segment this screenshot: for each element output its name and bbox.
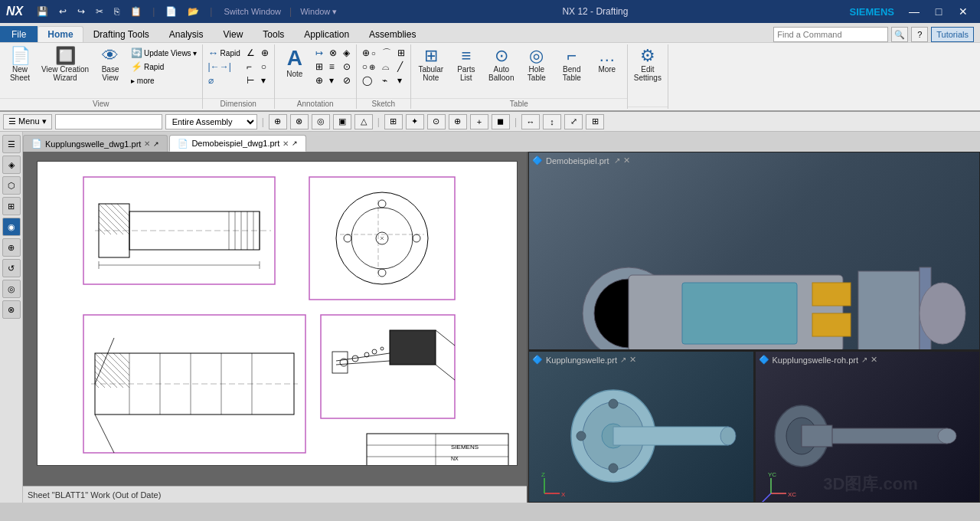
search-icon-button[interactable]: 🔍 [891, 27, 908, 42]
tab-demobeispiel-dwg1[interactable]: 📄 Demobeispiel_dwg1.prt ✕ ↗ [169, 135, 306, 152]
cmd-btn-6[interactable]: ⊞ [384, 114, 403, 129]
snap-btn-4[interactable]: ▣ [333, 114, 351, 129]
sidebar-btn-menu[interactable]: ☰ [2, 135, 21, 153]
sketch-btn-1[interactable]: ⊕ ○ [360, 46, 378, 60]
assembly-view-close[interactable]: ✕ [623, 156, 630, 165]
rapid-button[interactable]: ⚡ Rapid [129, 60, 199, 74]
raw-view-expand[interactable]: ↗ [861, 356, 867, 364]
copy-button[interactable]: ⎘ [111, 5, 122, 18]
view-more-button[interactable]: ▸ more [129, 74, 199, 87]
parts-list-button[interactable]: ≡ PartsList [449, 46, 483, 84]
rapid-dim-button[interactable]: ↔ Rapid [206, 46, 243, 60]
cmd-btn-15[interactable]: ⊞ [586, 114, 604, 129]
new-sheet-button[interactable]: 📄 NewSheet [3, 46, 37, 84]
auto-balloon-button[interactable]: ⊙ AutoBalloon [485, 46, 518, 84]
hole-table-button[interactable]: ◎ HoleTable [520, 46, 554, 84]
menu-button[interactable]: ☰ Menu ▾ [3, 114, 52, 129]
cmd-btn-8[interactable]: ⊙ [427, 114, 446, 129]
ann-btn-7[interactable]: ◈ [341, 46, 353, 60]
linear-dim-button[interactable]: |←→| [206, 60, 243, 74]
tabular-note-button[interactable]: ⊞ TabularNote [414, 46, 448, 84]
sketch-btn-7[interactable]: ⊞ [395, 46, 407, 60]
shaft-view-expand[interactable]: ↗ [620, 356, 626, 364]
sketch-btn-2[interactable]: ○ ⊕ [360, 60, 378, 74]
sidebar-btn-views[interactable]: ◉ [2, 218, 21, 236]
cut-button[interactable]: ✂ [93, 5, 106, 18]
ann-btn-3[interactable]: ⊕ [313, 74, 325, 87]
snap-btn-3[interactable]: ◎ [312, 114, 330, 129]
view-creation-wizard-button[interactable]: 🔲 View CreationWizard [38, 46, 92, 84]
cmd-btn-10[interactable]: + [470, 114, 488, 129]
tab-analysis[interactable]: Analysis [159, 26, 214, 42]
radial-dim-button[interactable]: ⌀ [206, 74, 243, 87]
bend-table-button[interactable]: ⌐ BendTable [555, 46, 589, 84]
dim-more-2[interactable]: ○ [259, 60, 271, 74]
sidebar-btn-settings[interactable]: ⊗ [2, 300, 21, 319]
ordinate-dim-button[interactable]: ⊢ [244, 74, 257, 87]
shaft-view-close[interactable]: ✕ [629, 355, 636, 365]
ann-btn-2[interactable]: ⊞ [313, 60, 325, 74]
cmd-btn-13[interactable]: ↕ [543, 114, 561, 129]
sidebar-btn-snap[interactable]: ◎ [2, 280, 21, 298]
tab-tools[interactable]: Tools [253, 26, 294, 42]
selection-filter-input[interactable] [55, 114, 162, 129]
dim-more-1[interactable]: ⊕ [259, 46, 271, 60]
tab-kupplungswelle-dwg1[interactable]: 📄 Kupplungswelle_dwg1.prt ✕ ↗ [23, 135, 168, 152]
sketch-btn-5[interactable]: ⌓ [380, 60, 394, 74]
drawing-canvas[interactable]: SIEMENS NX [23, 152, 527, 486]
tab-assemblies[interactable]: Assemblies [359, 26, 426, 42]
sketch-btn-8[interactable]: ╱ [395, 60, 407, 74]
ann-btn-5[interactable]: ≡ [327, 60, 339, 74]
switch-window-button[interactable]: Switch Window [220, 5, 285, 18]
ann-btn-1[interactable]: ↦ [313, 46, 325, 60]
sketch-btn-9[interactable]: ▾ [395, 74, 407, 87]
angular-dim-button[interactable]: ∠ [244, 46, 257, 60]
assembly-filter-dropdown[interactable]: Entire Assembly [165, 114, 257, 129]
window-button[interactable]: Window ▾ [296, 5, 341, 18]
sidebar-btn-constraints[interactable]: ⊕ [2, 238, 21, 257]
sketch-btn-3[interactable]: ◯ [360, 74, 378, 87]
raw-view-close[interactable]: ✕ [871, 355, 877, 365]
tab-application[interactable]: Application [294, 26, 359, 42]
assembly-view-expand[interactable]: ↗ [614, 156, 620, 165]
sketch-btn-6[interactable]: ⌁ [380, 74, 394, 87]
cmd-btn-12[interactable]: ↔ [521, 114, 540, 129]
cmd-btn-9[interactable]: ⊕ [449, 114, 467, 129]
cmd-btn-11[interactable]: ◼ [492, 114, 510, 129]
sidebar-btn-parts[interactable]: ◈ [2, 156, 21, 174]
snap-btn-5[interactable]: △ [354, 114, 373, 129]
tutorials-button[interactable]: Tutorials [931, 27, 974, 42]
sidebar-btn-repeat[interactable]: ↺ [2, 259, 21, 277]
more-table-button[interactable]: … More [590, 46, 624, 75]
cmd-btn-7[interactable]: ✦ [406, 114, 424, 129]
save-button[interactable]: 💾 [34, 5, 51, 18]
tab-close-1[interactable]: ✕ [144, 139, 150, 148]
ann-btn-4[interactable]: ⊗ [327, 46, 339, 60]
new-button[interactable]: 📄 [162, 5, 180, 18]
chamfer-dim-button[interactable]: ⌐ [244, 60, 257, 74]
base-view-button[interactable]: 👁 BaseView [93, 46, 127, 84]
tab-home[interactable]: Home [38, 26, 83, 42]
tab-close-2[interactable]: ✕ [283, 139, 289, 148]
tab-drafting-tools[interactable]: Drafting Tools [83, 26, 159, 42]
help-button[interactable]: ? [911, 27, 928, 42]
maximize-button[interactable]: □ [928, 3, 949, 20]
tab-view[interactable]: View [214, 26, 253, 42]
sidebar-btn-layers[interactable]: ⊞ [2, 197, 21, 215]
cmd-btn-14[interactable]: ⤢ [564, 114, 583, 129]
paste-button[interactable]: 📋 [127, 5, 145, 18]
update-views-button[interactable]: 🔄 Update Views ▾ [129, 46, 199, 60]
undo-button[interactable]: ↩ [56, 5, 70, 18]
edit-settings-button[interactable]: ⚙ EditSettings [631, 46, 665, 84]
snap-btn-2[interactable]: ⊗ [290, 114, 309, 129]
tab-file[interactable]: File [0, 26, 38, 42]
minimize-button[interactable]: — [903, 3, 925, 20]
open-button[interactable]: 📂 [185, 5, 202, 18]
ann-btn-6[interactable]: ▾ [327, 74, 339, 87]
sidebar-btn-history[interactable]: ⬡ [2, 176, 21, 195]
close-button[interactable]: ✕ [952, 3, 974, 20]
ann-btn-8[interactable]: ⊙ [341, 60, 353, 74]
redo-button[interactable]: ↪ [74, 5, 88, 18]
note-button[interactable]: A Note [278, 46, 312, 80]
find-command-input[interactable] [773, 27, 888, 42]
